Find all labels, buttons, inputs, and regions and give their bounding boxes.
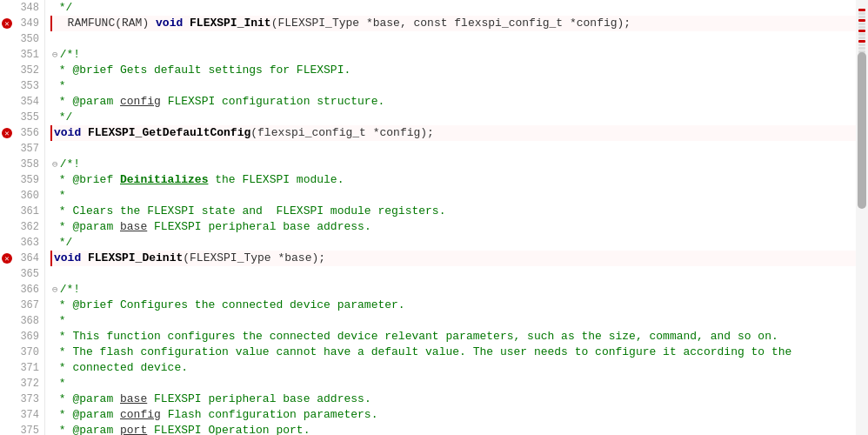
line-number-358: 358 <box>0 157 44 172</box>
line-number-373: 373 <box>0 392 44 407</box>
code-line-370: * The flash configuration value cannot h… <box>52 345 868 360</box>
code-line-375: * @param port FLEXSPI Operation port. <box>52 423 868 435</box>
line-num-text-349: 349 <box>20 17 39 30</box>
line-num-text-350: 350 <box>20 33 39 45</box>
code-line-362: * @param base FLEXSPI peripheral base ad… <box>52 219 868 235</box>
token: */ <box>52 235 72 251</box>
scrollbar-minimap[interactable] <box>856 0 868 435</box>
token: * <box>52 188 66 204</box>
line-number-366: 366 <box>0 282 44 298</box>
line-number-368: 368 <box>0 313 44 329</box>
token: Flash configuration parameters. <box>161 407 378 423</box>
code-line-371: * connected device. <box>52 360 868 376</box>
token: base <box>120 219 147 235</box>
line-num-text-371: 371 <box>20 362 39 374</box>
line-number-363: 363 <box>0 235 44 251</box>
code-line-365 <box>52 266 868 282</box>
token: (FLEXSPI_Type *base, const flexspi_confi… <box>271 16 631 31</box>
line-num-text-368: 368 <box>20 315 39 327</box>
token: config <box>120 94 161 110</box>
token: */ <box>52 0 72 16</box>
token: */ <box>52 110 72 125</box>
token: * @brief <box>52 172 120 188</box>
code-area[interactable]: */ RAMFUNC(RAM) void FLEXSPI_Init(FLEXSP… <box>45 0 868 435</box>
line-number-374: 374 <box>0 407 44 423</box>
token: FLEXSPI_Init <box>190 16 271 31</box>
line-number-355: 355 <box>0 110 44 125</box>
fold-marker-366[interactable]: ⊖ <box>52 282 58 298</box>
token: * @param <box>52 392 120 407</box>
token: (FLEXSPI_Type *base); <box>183 251 325 266</box>
line-num-text-360: 360 <box>20 190 39 202</box>
line-num-text-359: 359 <box>20 174 39 186</box>
token: * @brief Configures the connected device… <box>52 298 405 313</box>
line-number-353: 353 <box>0 78 44 94</box>
line-number-367: 367 <box>0 298 44 313</box>
token: FLEXSPI configuration structure. <box>161 94 384 110</box>
code-line-358: ⊖/*! <box>52 157 868 172</box>
token: void <box>149 16 190 31</box>
code-line-363: */ <box>52 235 868 251</box>
token: void <box>54 125 88 141</box>
line-number-360: 360 <box>0 188 44 204</box>
line-num-text-365: 365 <box>20 268 39 280</box>
line-number-357: 357 <box>0 141 44 157</box>
line-num-text-369: 369 <box>20 331 39 343</box>
code-line-351: ⊖/*! <box>52 47 868 63</box>
line-num-text-348: 348 <box>20 2 39 14</box>
line-num-text-373: 373 <box>20 393 39 405</box>
line-number-361: 361 <box>0 204 44 219</box>
line-num-text-372: 372 <box>20 378 39 390</box>
code-line-356: void FLEXSPI_GetDefaultConfig(flexspi_co… <box>50 125 868 141</box>
code-line-374: * @param config Flash configuration para… <box>52 407 868 423</box>
scrollbar-thumb[interactable] <box>858 52 866 209</box>
error-icon-349: ✕ <box>2 18 12 29</box>
line-num-text-361: 361 <box>20 205 39 218</box>
token: FLEXSPI peripheral base address. <box>147 392 371 407</box>
line-num-text-362: 362 <box>20 221 39 233</box>
editor-container: 348✕349350351352353354355✕35635735835936… <box>0 0 868 435</box>
token: RAMFUNC(RAM) <box>68 16 150 31</box>
code-line-348: */ <box>52 0 868 16</box>
line-num-text-356: 356 <box>20 127 39 139</box>
code-line-359: * @brief Deinitializes the FLEXSPI modul… <box>52 172 868 188</box>
token: * @brief Gets default settings for FLEXS… <box>52 63 351 78</box>
token: * <box>52 78 66 94</box>
token: * @param <box>52 219 120 235</box>
line-number-371: 371 <box>0 360 44 376</box>
code-line-352: * @brief Gets default settings for FLEXS… <box>52 63 868 78</box>
line-number-350: 350 <box>0 31 44 47</box>
token: * <box>52 376 66 392</box>
code-line-355: */ <box>52 110 868 125</box>
token: Deinitializes <box>120 172 208 188</box>
line-num-text-355: 355 <box>20 111 39 124</box>
token: * connected device. <box>52 360 188 376</box>
token: void <box>54 251 88 266</box>
code-line-364: void FLEXSPI_Deinit(FLEXSPI_Type *base); <box>50 251 868 266</box>
line-num-text-352: 352 <box>20 64 39 77</box>
code-line-357 <box>52 141 868 157</box>
token: * This function configures the connected… <box>52 329 778 345</box>
code-line-366: ⊖/*! <box>52 282 868 298</box>
fold-marker-358[interactable]: ⊖ <box>52 157 58 172</box>
token: * The flash configuration value cannot h… <box>52 345 791 360</box>
line-num-text-366: 366 <box>20 284 39 296</box>
code-line-354: * @param config FLEXSPI configuration st… <box>52 94 868 110</box>
code-line-350 <box>52 31 868 47</box>
line-num-text-357: 357 <box>20 143 39 155</box>
token: * @param <box>52 407 120 423</box>
token: the FLEXSPI module. <box>208 172 344 188</box>
code-line-361: * Clears the FLEXSPI state and FLEXSPI m… <box>52 204 868 219</box>
line-number-364: ✕364 <box>0 251 44 266</box>
line-number-375: 375 <box>0 423 44 435</box>
line-num-text-358: 358 <box>20 158 39 171</box>
code-line-368: * <box>52 313 868 329</box>
token <box>54 16 68 31</box>
fold-marker-351[interactable]: ⊖ <box>52 47 58 63</box>
code-line-373: * @param base FLEXSPI peripheral base ad… <box>52 392 868 407</box>
code-line-360: * <box>52 188 868 204</box>
line-number-354: 354 <box>0 94 44 110</box>
token: /*! <box>60 157 80 172</box>
error-icon-364: ✕ <box>2 253 12 264</box>
line-number-351: 351 <box>0 47 44 63</box>
